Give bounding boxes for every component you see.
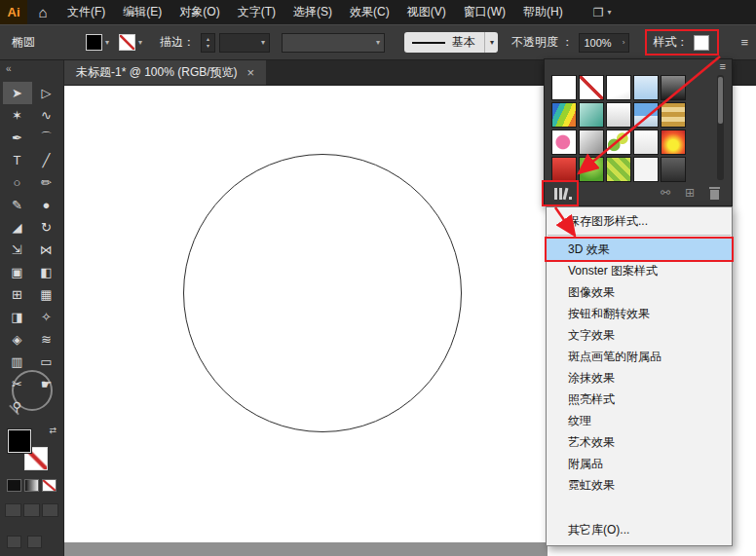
magic-wand-tool[interactable]: ✶: [3, 104, 32, 127]
slice-tool[interactable]: ✂: [3, 373, 32, 395]
menu-item[interactable]: 纹理: [547, 410, 732, 431]
stroke-color-swatch[interactable]: [119, 34, 135, 51]
swatch-green-gloss[interactable]: [579, 157, 604, 182]
menubar-item[interactable]: 文件(F): [58, 0, 114, 24]
swatch-pink-blob[interactable]: [551, 130, 577, 155]
menubar-item[interactable]: 文字(T): [229, 0, 284, 24]
menu-item[interactable]: 图像效果: [547, 281, 732, 303]
swatch-scrollbar[interactable]: [717, 75, 724, 180]
swatch-white-sheen[interactable]: [606, 102, 631, 128]
pencil-tool[interactable]: ✎: [3, 194, 32, 216]
stepper-up-icon[interactable]: ▴: [207, 36, 209, 43]
blob-brush-tool[interactable]: ●: [32, 194, 61, 216]
opacity-dropdown[interactable]: 100% ›: [579, 33, 629, 53]
width-tool[interactable]: ⋈: [32, 239, 61, 261]
drawn-ellipse-shape[interactable]: [183, 154, 462, 432]
eyedropper-tool[interactable]: ✧: [32, 306, 61, 328]
swatch-default[interactable]: [551, 75, 577, 100]
swatch-light[interactable]: [633, 157, 659, 182]
perspective-grid-tool[interactable]: ⊞: [3, 283, 32, 306]
fill-color-swatch[interactable]: [86, 34, 102, 51]
menu-item-3d-effects-highlighted[interactable]: 3D 效果: [547, 239, 732, 260]
menubar-item[interactable]: 选择(S): [284, 0, 341, 24]
menubar-item[interactable]: 视图(V): [398, 0, 455, 24]
panel-flyout-menu-icon[interactable]: ≡: [740, 35, 748, 50]
menu-item[interactable]: 涂抹效果: [547, 367, 732, 389]
menu-item[interactable]: 其它库(O)...: [547, 519, 732, 540]
home-icon[interactable]: ⌂: [27, 4, 58, 20]
lasso-tool[interactable]: ∿: [32, 104, 61, 127]
swatch-dark[interactable]: [661, 157, 686, 182]
swatch-fire[interactable]: [661, 130, 686, 155]
style-control-highlighted[interactable]: 样式：: [645, 29, 719, 56]
shape-builder-tool[interactable]: ◧: [32, 261, 61, 283]
swatch-red[interactable]: [551, 157, 577, 182]
swatch-sky-photo[interactable]: [633, 102, 659, 128]
ellipse-tool[interactable]: ○: [3, 171, 32, 194]
mesh-tool[interactable]: ▦: [32, 283, 61, 306]
color-button[interactable]: [7, 479, 21, 492]
draw-normal-button[interactable]: [5, 503, 21, 517]
curvature-tool[interactable]: ⌒: [32, 127, 61, 149]
style-swatch[interactable]: [694, 35, 709, 51]
swap-fill-stroke-icon[interactable]: ⇄: [49, 426, 57, 435]
illustrator-logo-icon[interactable]: Ai: [0, 0, 27, 24]
menu-item[interactable]: 附属品: [547, 453, 732, 474]
document-tab[interactable]: 未标题-1* @ 100% (RGB/预览) ×: [64, 60, 266, 85]
swatch-none[interactable]: [579, 75, 604, 100]
draw-behind-button[interactable]: [23, 503, 40, 517]
type-tool[interactable]: T: [3, 149, 32, 171]
brush-definition-dropdown[interactable]: 基本 ▾: [404, 32, 498, 53]
menubar-item[interactable]: 帮助(H): [514, 0, 572, 24]
selection-tool[interactable]: ➤: [3, 82, 32, 104]
workspace-switcher[interactable]: ❐ ▾: [593, 6, 612, 19]
swatch-pale[interactable]: [633, 130, 659, 155]
swatch-leaf-pattern[interactable]: [606, 157, 631, 182]
menu-item[interactable]: 斑点画笔的附属品: [547, 346, 732, 367]
rotate-tool[interactable]: ↻: [32, 216, 61, 239]
width-profile-dropdown[interactable]: ▾: [282, 33, 385, 53]
scrollbar-thumb[interactable]: [718, 77, 723, 124]
stroke-weight-stepper[interactable]: ▴ ▾: [201, 33, 215, 53]
zoom-tool[interactable]: ⚲: [3, 395, 32, 418]
menu-item[interactable]: 保存图形样式...: [547, 210, 732, 232]
none-button[interactable]: [42, 479, 57, 492]
swatch-green-dots[interactable]: [606, 130, 631, 155]
menubar-item[interactable]: 编辑(E): [114, 0, 170, 24]
gradient-tool[interactable]: ◨: [3, 306, 32, 328]
swatch-teal[interactable]: [579, 102, 604, 128]
panel-menu-icon[interactable]: ≡: [720, 60, 726, 72]
menu-item[interactable]: 照亮样式: [547, 389, 732, 410]
screen-mode-button[interactable]: [7, 536, 21, 548]
edit-toolbar-button[interactable]: [27, 536, 42, 548]
artboard-tool[interactable]: ▭: [32, 351, 61, 373]
menubar-item[interactable]: 效果(C): [341, 0, 398, 24]
menu-item[interactable]: 霓虹效果: [547, 474, 732, 496]
swatch-silver-bevel[interactable]: [579, 130, 604, 155]
paintbrush-tool[interactable]: ✏: [32, 171, 61, 194]
blend-tool[interactable]: ◈: [3, 328, 32, 351]
menu-item[interactable]: 按钮和翻转效果: [547, 303, 732, 324]
draw-inside-button[interactable]: [42, 503, 58, 517]
direct-selection-tool[interactable]: ▷: [32, 82, 61, 104]
menu-item[interactable]: Vonster 图案样式: [547, 260, 732, 281]
swatch-color-shards[interactable]: [551, 102, 577, 128]
free-transform-tool[interactable]: ▣: [3, 261, 32, 283]
menubar-item[interactable]: 窗口(W): [455, 0, 514, 24]
swatch-dark-gradient[interactable]: [661, 75, 686, 100]
menu-item[interactable]: 文字效果: [547, 324, 732, 346]
stroke-weight-dropdown[interactable]: ▾: [219, 33, 270, 53]
symbol-sprayer-tool[interactable]: ≋: [32, 328, 61, 351]
menubar-item[interactable]: 对象(O): [170, 0, 228, 24]
break-link-to-style-icon[interactable]: ⚯: [661, 186, 670, 200]
line-segment-tool[interactable]: ╱: [32, 149, 61, 171]
new-graphic-style-icon[interactable]: ⊞: [685, 186, 695, 200]
eraser-tool[interactable]: ◢: [3, 216, 32, 239]
fill-color-control[interactable]: ▾: [86, 34, 109, 51]
swatch-gold-bands[interactable]: [661, 102, 686, 128]
close-icon[interactable]: ×: [247, 65, 255, 80]
delete-style-icon[interactable]: [709, 187, 720, 200]
scale-tool[interactable]: ⇲: [3, 239, 32, 261]
horizontal-scrollbar[interactable]: [64, 542, 548, 556]
swatch-blue-frame[interactable]: [633, 75, 659, 100]
